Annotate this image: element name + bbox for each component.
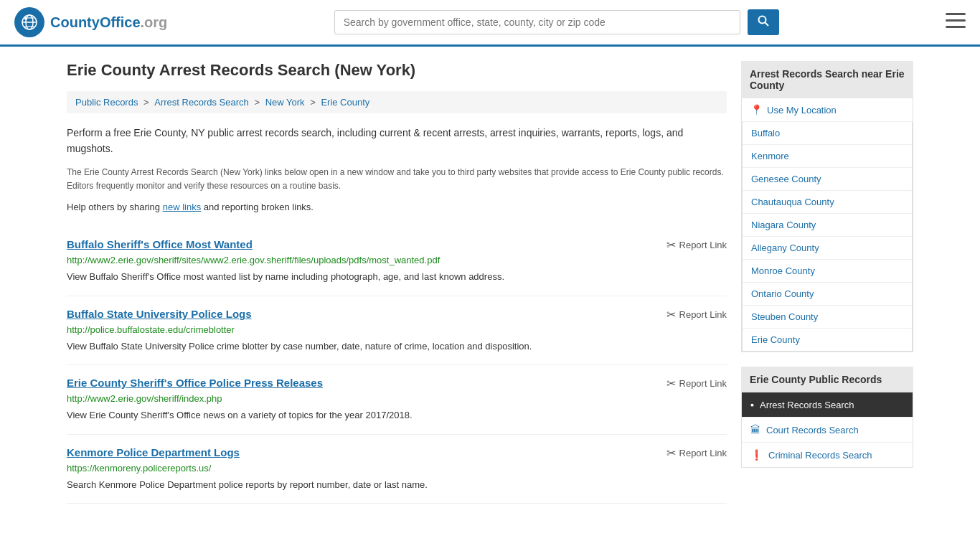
result-desc-3: Search Kenmore Police Department police … [67, 478, 727, 492]
nearby-links-container: 📍 Use My Location Buffalo Kenmore Genese… [741, 98, 913, 352]
report-link-0[interactable]: ✂ Report Link [666, 238, 727, 252]
search-area [334, 9, 779, 35]
nearby-link-2[interactable]: Genesee County [743, 168, 912, 190]
public-records-heading: Erie County Public Records [741, 367, 913, 392]
menu-button[interactable] [946, 13, 966, 32]
nearby-item-1[interactable]: Kenmore [743, 145, 912, 168]
public-link-arrest[interactable]: ▪ Arrest Records Search [742, 392, 913, 417]
nearby-item-8[interactable]: Steuben County [743, 306, 912, 329]
results-list: Buffalo Sheriff's Office Most Wanted ✂ R… [67, 227, 727, 504]
nearby-item-4[interactable]: Niagara County [743, 214, 912, 237]
result-title-2[interactable]: Erie County Sheriff's Office Police Pres… [67, 377, 323, 389]
nearby-link-5[interactable]: Allegany County [743, 237, 912, 259]
use-location[interactable]: 📍 Use My Location [742, 98, 913, 122]
nearby-item-2[interactable]: Genesee County [743, 168, 912, 191]
main-description: Perform a free Erie County, NY public ar… [67, 125, 727, 157]
nearby-list: Buffalo Kenmore Genesee County Chautauqu… [742, 122, 913, 352]
use-location-link[interactable]: Use My Location [767, 105, 837, 116]
logo-text: CountyOffice.org [50, 14, 167, 31]
location-icon: 📍 [750, 104, 763, 116]
nearby-link-0[interactable]: Buffalo [743, 122, 912, 144]
result-item-0: Buffalo Sheriff's Office Most Wanted ✂ R… [67, 227, 727, 296]
result-title-1[interactable]: Buffalo State University Police Logs [67, 308, 252, 320]
svg-point-6 [24, 17, 27, 20]
result-url-1[interactable]: http://police.buffalostate.edu/crimeblot… [67, 324, 727, 335]
public-link-court[interactable]: 🏛 Court Records Search [742, 418, 913, 442]
report-link-3[interactable]: ✂ Report Link [666, 446, 727, 460]
svg-line-8 [765, 23, 768, 27]
result-item-2: Erie County Sheriff's Office Police Pres… [67, 365, 727, 435]
page-title: Erie County Arrest Records Search (New Y… [67, 61, 727, 80]
svg-rect-9 [946, 13, 966, 15]
report-icon-3: ✂ [666, 446, 676, 460]
result-url-0[interactable]: http://www2.erie.gov/sheriff/sites/www2.… [67, 255, 727, 265]
result-url-3[interactable]: https://kenmoreny.policereports.us/ [67, 463, 727, 474]
public-link-criminal[interactable]: ❗ Criminal Records Search [742, 443, 913, 467]
breadcrumb-new-york[interactable]: New York [265, 97, 305, 108]
nearby-item-6[interactable]: Monroe County [743, 260, 912, 283]
result-desc-0: View Buffalo Sheriff's Office most wante… [67, 270, 727, 284]
help-text: Help others by sharing new links and rep… [67, 202, 727, 212]
main-container: Erie County Arrest Records Search (New Y… [52, 47, 928, 518]
nearby-link-1[interactable]: Kenmore [743, 145, 912, 167]
secondary-description: The Erie County Arrest Records Search (N… [67, 166, 727, 193]
nearby-link-4[interactable]: Niagara County [743, 214, 912, 236]
content-area: Erie County Arrest Records Search (New Y… [67, 61, 727, 504]
nearby-item-9[interactable]: Erie County [743, 329, 912, 351]
new-links-link[interactable]: new links [163, 202, 201, 212]
breadcrumb: Public Records > Arrest Records Search >… [67, 91, 727, 113]
nearby-heading: Arrest Records Search near Erie County [741, 61, 913, 98]
breadcrumb-arrest-records[interactable]: Arrest Records Search [154, 97, 249, 108]
logo-area: CountyOffice.org [14, 7, 167, 37]
nearby-section: Arrest Records Search near Erie County 📍… [741, 61, 913, 352]
report-link-2[interactable]: ✂ Report Link [666, 377, 727, 390]
report-icon-2: ✂ [666, 377, 676, 390]
search-input[interactable] [334, 10, 740, 34]
svg-rect-11 [946, 26, 966, 28]
report-icon-0: ✂ [666, 238, 676, 252]
result-item-1: Buffalo State University Police Logs ✂ R… [67, 296, 727, 366]
result-item-3: Kenmore Police Department Logs ✂ Report … [67, 435, 727, 504]
report-icon-1: ✂ [666, 308, 676, 321]
arrest-icon: ▪ [750, 399, 754, 410]
nearby-link-6[interactable]: Monroe County [743, 260, 912, 282]
search-button[interactable] [748, 9, 779, 35]
public-links-list: ▪ Arrest Records Search 🏛 Court Records … [741, 392, 913, 468]
nearby-link-7[interactable]: Ontario County [743, 283, 912, 305]
report-link-1[interactable]: ✂ Report Link [666, 308, 727, 321]
result-title-3[interactable]: Kenmore Police Department Logs [67, 446, 240, 458]
nearby-item-7[interactable]: Ontario County [743, 283, 912, 306]
court-icon: 🏛 [750, 424, 760, 435]
sidebar: Arrest Records Search near Erie County 📍… [741, 61, 913, 504]
public-item-arrest[interactable]: ▪ Arrest Records Search [742, 392, 913, 418]
nearby-link-3[interactable]: Chautauqua County [743, 191, 912, 213]
nearby-link-8[interactable]: Steuben County [743, 306, 912, 328]
logo-icon [14, 7, 44, 37]
svg-rect-10 [946, 19, 966, 22]
result-desc-2: View Erie County Sheriff's Office news o… [67, 408, 727, 423]
logo-suffix: .org [141, 14, 168, 30]
result-url-2[interactable]: http://www2.erie.gov/sheriff/index.php [67, 393, 727, 404]
public-item-court[interactable]: 🏛 Court Records Search [742, 418, 913, 443]
nearby-item-5[interactable]: Allegany County [743, 237, 912, 260]
nearby-item-3[interactable]: Chautauqua County [743, 191, 912, 214]
result-desc-1: View Buffalo State University Police cri… [67, 339, 727, 354]
svg-point-7 [758, 17, 765, 24]
public-records-section: Erie County Public Records ▪ Arrest Reco… [741, 367, 913, 468]
breadcrumb-public-records[interactable]: Public Records [75, 97, 138, 108]
result-title-0[interactable]: Buffalo Sheriff's Office Most Wanted [67, 238, 253, 250]
nearby-item-0[interactable]: Buffalo [743, 122, 912, 145]
criminal-icon: ❗ [750, 449, 763, 461]
nearby-link-9[interactable]: Erie County [743, 329, 912, 351]
header: CountyOffice.org [0, 0, 980, 47]
public-item-criminal[interactable]: ❗ Criminal Records Search [742, 443, 913, 467]
breadcrumb-erie-county[interactable]: Erie County [321, 97, 369, 108]
logo-name: CountyOffice [50, 14, 141, 30]
